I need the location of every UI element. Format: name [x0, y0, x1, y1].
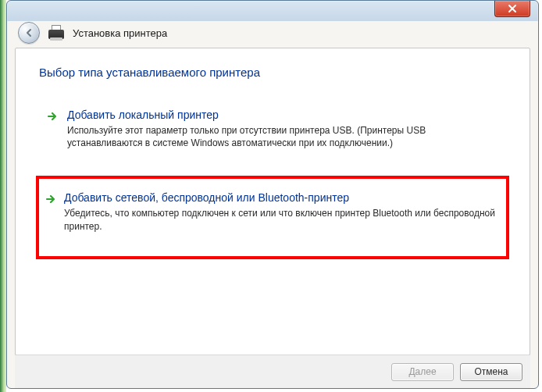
back-arrow-icon: [23, 27, 34, 38]
close-icon: [508, 4, 517, 13]
option-add-network-printer[interactable]: Добавить сетевой, беспроводной или Bluet…: [36, 176, 509, 258]
next-button: Далее: [391, 363, 454, 381]
page-heading: Выбор типа устанавливаемого принтера: [39, 66, 506, 79]
printer-icon: [48, 25, 65, 41]
cancel-button[interactable]: Отмена: [460, 363, 522, 381]
wizard-window: Установка принтера Выбор типа устанавлив…: [6, 0, 539, 389]
back-button[interactable]: [18, 22, 40, 44]
content-area: Выбор типа устанавливаемого принтера Доб…: [15, 48, 530, 355]
arrow-right-icon: [47, 110, 59, 123]
option-title: Добавить локальный принтер: [67, 109, 495, 121]
arrow-right-icon: [45, 193, 58, 205]
option-title: Добавить сетевой, беспроводной или Bluet…: [64, 191, 498, 204]
option-description: Используйте этот параметр только при отс…: [67, 124, 495, 149]
window-title: Установка принтера: [73, 27, 167, 39]
desktop-background-edge: [0, 0, 6, 392]
option-description: Убедитесь, что компьютер подключен к сет…: [64, 207, 498, 232]
option-add-local-printer[interactable]: Добавить локальный принтер Используйте э…: [39, 101, 506, 160]
close-button[interactable]: [494, 1, 530, 17]
wizard-footer: Далее Отмена: [15, 355, 530, 388]
titlebar: Установка принтера: [7, 20, 538, 46]
